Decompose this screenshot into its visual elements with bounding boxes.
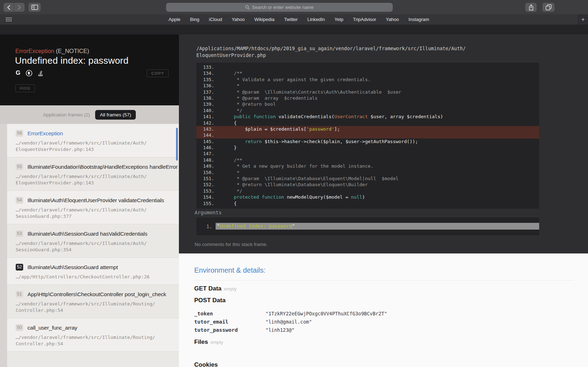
empty-tag: empty <box>211 340 223 345</box>
stack-frames-list: 56ErrorException…/vendor/laravel/framewo… <box>0 124 179 367</box>
bookmark-instagram[interactable]: Instagram <box>408 17 429 22</box>
row-key: tutor_email <box>194 319 265 325</box>
plus-icon: + <box>581 16 585 23</box>
hide-button[interactable]: HIDE <box>15 84 35 92</box>
code-line-142: 142. { <box>196 120 539 126</box>
line-number: 145. <box>196 138 214 145</box>
code-line-146: 146. } <box>196 145 539 151</box>
code-viewer: /Applications/MAMP/htdocs/php/2019_gia_s… <box>179 35 588 253</box>
line-number: 138. <box>196 95 214 101</box>
line-number: 137. <box>196 89 214 95</box>
sidebar-icon <box>31 5 38 10</box>
frame-path: …/vendor/laravel/framework/src/Illuminat… <box>16 173 174 186</box>
tab-all-frames[interactable]: All frames (57) <box>95 110 136 120</box>
tabs-icon <box>546 4 552 10</box>
exception-type-line: ErrorException (E_NOTICE) <box>15 48 89 54</box>
line-number: 133. <box>196 64 214 70</box>
bookmark-apple[interactable]: Apple <box>169 17 180 22</box>
copy-button[interactable]: COPY <box>147 69 169 77</box>
google-search-icon[interactable]: G <box>16 69 20 77</box>
line-number: 139. <box>196 101 214 107</box>
env-section-cookies: Cookies <box>194 361 574 367</box>
frame-path: …/app/Http/Controllers/CheckoutControlle… <box>16 274 174 280</box>
forward-button[interactable] <box>14 3 25 12</box>
bookmark-twitter[interactable]: Twitter <box>284 17 298 22</box>
table-row: tutor_password"linh123@" <box>194 326 574 334</box>
row-value: "1TzkRY22eEGwjPOxgc0VV4PThuXCfG3o9BCvBr2… <box>265 311 387 316</box>
share-icon <box>528 4 534 11</box>
bookmark-wikipedia[interactable]: Wikipedia <box>254 17 274 22</box>
section-title: POST Data <box>194 297 226 304</box>
stack-frame-50[interactable]: 50call_user_func_array…/vendor/laravel/f… <box>7 318 179 352</box>
environment-divider <box>194 280 574 281</box>
frame-number-badge: 52 <box>16 264 23 271</box>
bookmark-yahoo[interactable]: Yahoo <box>232 17 245 22</box>
address-bar[interactable]: Search or enter website name <box>166 3 393 12</box>
duckduckgo-search-icon[interactable] <box>26 70 32 77</box>
tab-overview-button[interactable] <box>542 3 555 12</box>
line-number: 149. <box>196 163 214 169</box>
key-value-table: _token"1TzkRY22eEGwjPOxgc0VV4PThuXCfG3o9… <box>194 309 574 334</box>
argument-value[interactable]: "Undefined index: password" <box>216 223 539 230</box>
frame-path: …/vendor/laravel/framework/src/Illuminat… <box>16 334 174 347</box>
table-row: tutor_email"linh@gmail.com" <box>194 318 574 326</box>
bookmark-yahoo[interactable]: Yahoo <box>386 17 399 22</box>
stack-frame-55[interactable]: 55Illuminate\Foundation\Bootstrap\Handle… <box>7 157 179 191</box>
share-button[interactable] <box>525 3 537 12</box>
stack-frame-53[interactable]: 53Illuminate\Auth\SessionGuard hasValidC… <box>7 224 179 258</box>
arguments-label: Arguments <box>195 210 222 215</box>
favorites-bar: AppleBingiCloudYahooWikipediaTwitterLink… <box>0 14 588 25</box>
exception-class: ErrorException <box>15 48 54 54</box>
frame-number-badge: 54 <box>16 197 23 204</box>
environment-section: Environment & details: GET DataemptyPOST… <box>179 253 588 367</box>
line-number: 152. <box>196 182 214 188</box>
code-line-145: 145. return $this->hasher->check($plain,… <box>196 138 539 145</box>
argument-row: 1. "Undefined index: password" <box>206 223 539 230</box>
stackoverflow-search-icon[interactable] <box>38 70 43 77</box>
whoops-error-page: ErrorException (E_NOTICE) Undefined inde… <box>0 35 588 367</box>
stack-frame-51[interactable]: 51App\Http\Controllers\CheckoutControlle… <box>7 285 179 318</box>
environment-heading: Environment & details: <box>194 266 574 274</box>
code-line-150: 150. * <box>196 169 539 175</box>
line-number: 143. <box>196 126 214 132</box>
back-button[interactable] <box>4 3 14 12</box>
stack-frame-56[interactable]: 56ErrorException…/vendor/laravel/framewo… <box>7 124 179 157</box>
argument-index: 1. <box>206 224 212 229</box>
bookmark-yelp[interactable]: Yelp <box>335 17 344 22</box>
favorites-grid-icon[interactable] <box>6 17 12 22</box>
frame-number-badge: 51 <box>16 291 23 298</box>
line-number: 134. <box>196 70 214 76</box>
env-section-get-data: GET Dataempty <box>194 285 574 292</box>
tab-strip <box>0 25 588 35</box>
exception-header: ErrorException (E_NOTICE) Undefined inde… <box>0 35 179 105</box>
tab-application-frames[interactable]: Application frames (2) <box>43 112 90 117</box>
code-line-140: 140. */ <box>196 108 539 114</box>
sidebar-toggle-button[interactable] <box>29 3 41 12</box>
bookmark-linkedin[interactable]: LinkedIn <box>307 17 325 22</box>
new-tab-button[interactable]: + <box>578 14 588 25</box>
frame-title: call_user_func_array <box>27 325 77 331</box>
bookmark-bing[interactable]: Bing <box>190 17 199 22</box>
code-line-148: 148. /** <box>196 157 539 163</box>
code-line-144: 144. <box>196 132 539 138</box>
table-row: _token"1TzkRY22eEGwjPOxgc0VV4PThuXCfG3o9… <box>194 309 574 318</box>
frames-scrollbar-thumb[interactable] <box>176 128 178 161</box>
chevron-right-icon <box>17 5 21 10</box>
frame-path: …/vendor/laravel/framework/src/Illuminat… <box>16 207 174 220</box>
frame-path: …/vendor/laravel/framework/src/Illuminat… <box>16 240 174 253</box>
frame-title: Illuminate\Auth\SessionGuard hasValidCre… <box>27 231 147 237</box>
row-value: "linh@gmail.com" <box>265 319 312 325</box>
line-number: 151. <box>196 175 214 182</box>
row-key: _token <box>194 311 265 316</box>
stack-frame-52[interactable]: 52Illuminate\Auth\SessionGuard attempt…/… <box>7 258 179 285</box>
line-number: 155. <box>196 200 214 206</box>
bookmark-tripadvisor[interactable]: TripAdvisor <box>353 17 376 22</box>
arguments-block: 1. "Undefined index: password" <box>196 217 539 235</box>
frame-title: Illuminate\Auth\EloquentUserProvider val… <box>27 197 164 204</box>
file-path: /Applications/MAMP/htdocs/php/2019_gia_s… <box>196 45 466 59</box>
stack-frame-54[interactable]: 54Illuminate\Auth\EloquentUserProvider v… <box>7 191 179 224</box>
code-line-151: 151. * @param \Illuminate\Database\Eloqu… <box>196 175 539 182</box>
frame-title: Illuminate\Foundation\Bootstrap\HandleEx… <box>27 164 177 170</box>
bookmark-icloud[interactable]: iCloud <box>209 17 222 22</box>
search-links-row: G <box>16 69 43 77</box>
